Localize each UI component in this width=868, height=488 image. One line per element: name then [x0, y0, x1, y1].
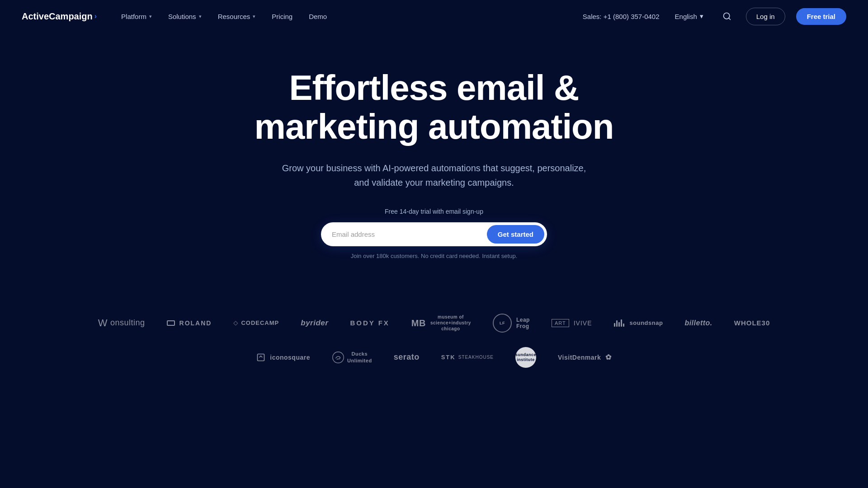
codecamp-icon: ◇ [233, 319, 238, 326]
nav-pricing-label: Pricing [272, 13, 292, 20]
nav-item-resources[interactable]: Resources ▾ [212, 9, 262, 24]
museum-icon: MB [411, 318, 426, 328]
logo-whole30: WHOLE30 [734, 319, 770, 327]
navbar: ActiveCampaign› Platform ▾ Solutions ▾ R… [0, 0, 868, 33]
nav-solutions-label: Solutions [168, 13, 196, 20]
logo-serato: serato [394, 352, 420, 362]
logo-wonsulting: Wonsulting [98, 317, 145, 329]
login-button[interactable]: Log in [746, 8, 785, 25]
roland-icon [167, 320, 175, 326]
nav-left: ActiveCampaign› Platform ▾ Solutions ▾ R… [22, 9, 333, 24]
chevron-down-icon: ▾ [253, 14, 255, 19]
chevron-down-icon: ▾ [149, 14, 152, 19]
nav-item-pricing[interactable]: Pricing [265, 9, 299, 24]
logo-roland: ROLAND [167, 319, 212, 327]
iconosquare-icon [256, 353, 265, 362]
search-icon [722, 12, 731, 21]
svg-rect-2 [258, 354, 264, 361]
logo-iconosquare: iconosquare [256, 353, 310, 362]
logo-text: ActiveCampaign [22, 11, 93, 22]
email-input[interactable] [332, 230, 487, 238]
nav-item-demo[interactable]: Demo [302, 9, 333, 24]
logo-ducks-unlimited: DucksUnlimited [332, 351, 372, 364]
hero-title: Effortless email & marketing automation [231, 69, 637, 146]
get-started-button[interactable]: Get started [487, 225, 544, 244]
leapfrog-circle: LF [493, 314, 512, 333]
logo-codecamp: ◇ CODECAMP [233, 319, 279, 326]
chevron-down-icon: ▾ [199, 14, 202, 19]
nav-item-platform[interactable]: Platform ▾ [115, 9, 158, 24]
nav-item-solutions[interactable]: Solutions ▾ [162, 9, 208, 24]
search-button[interactable] [719, 8, 735, 24]
nav-right: Sales: +1 (800) 357-0402 English ▾ Log i… [583, 8, 846, 25]
signup-note: Join over 180k customers. No credit card… [351, 253, 518, 259]
logo-artivive: ARTIVIVE [552, 319, 592, 327]
sales-number: Sales: +1 (800) 357-0402 [583, 13, 660, 20]
hero-section: Effortless email & marketing automation … [0, 33, 868, 286]
logo-bodyfx: BODY FX [350, 319, 389, 327]
chevron-down-icon: ▾ [700, 12, 703, 20]
soundsnap-icon [614, 319, 624, 327]
logo-byrider: byrider [301, 319, 328, 328]
nav-platform-label: Platform [121, 13, 146, 20]
nav-resources-label: Resources [218, 13, 250, 20]
w-icon: W [98, 317, 108, 329]
logo-stk-steakhouse: STK STEAKHOUSE [441, 354, 494, 361]
nav-links: Platform ▾ Solutions ▾ Resources ▾ Prici… [115, 9, 333, 24]
visitdenmark-icon: ✿ [605, 353, 612, 361]
signup-form: Get started [321, 222, 547, 246]
logo-chevron-icon: › [94, 12, 97, 20]
logos-row-1: Wonsulting ROLAND ◇ CODECAMP byrider BOD… [36, 314, 832, 333]
nav-demo-label: Demo [309, 13, 327, 20]
sundance-circle: sundanceinstitute [515, 347, 536, 368]
logo-sundance: sundanceinstitute [515, 347, 536, 368]
svg-line-1 [729, 18, 731, 20]
free-trial-button[interactable]: Free trial [796, 8, 846, 25]
ducks-icon [332, 351, 344, 364]
language-label: English [675, 13, 697, 20]
logo-billetto: billetto. [684, 319, 712, 327]
hero-subtitle: Grow your business with AI-powered autom… [276, 161, 592, 190]
logo-museum: MB museum ofscience+industrychicago [411, 314, 471, 332]
logo-visitdenmark: VisitDenmark ✿ [558, 353, 612, 361]
logo-soundsnap: soundsnap [614, 319, 663, 327]
logo[interactable]: ActiveCampaign› [22, 11, 97, 22]
logos-section: Wonsulting ROLAND ◇ CODECAMP byrider BOD… [0, 286, 868, 400]
artivive-bracket: ART [552, 319, 569, 327]
language-selector[interactable]: English ▾ [670, 9, 708, 24]
trial-label: Free 14-day trial with email sign-up [385, 208, 483, 215]
logo-leapfrog: LF LeapFrog [493, 314, 530, 333]
logos-row-2: iconosquare DucksUnlimited serato STK ST… [36, 347, 832, 368]
svg-point-3 [333, 352, 344, 363]
